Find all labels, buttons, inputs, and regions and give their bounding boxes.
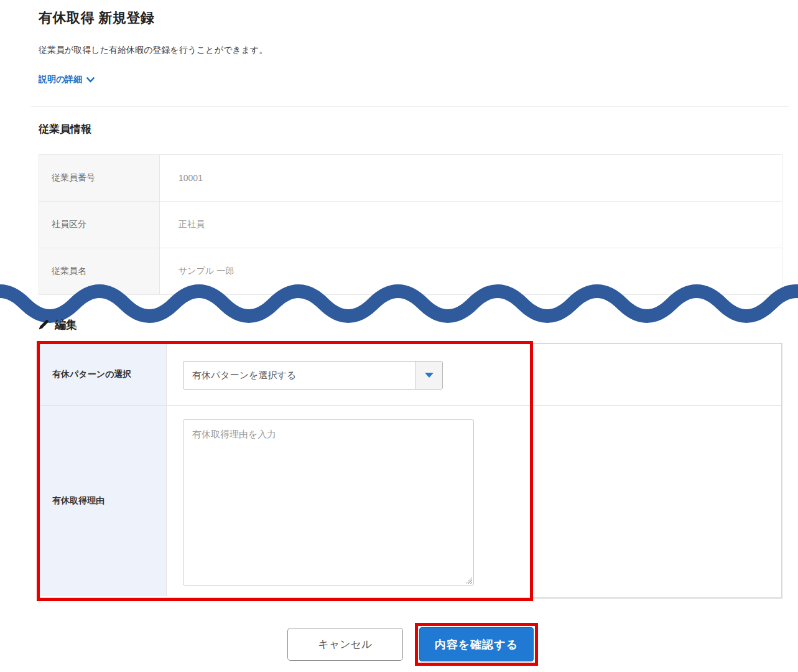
reason-textarea[interactable] — [183, 419, 474, 586]
triangle-down-icon — [425, 373, 434, 378]
table-row: 従業員名 サンプル 一郎 — [39, 248, 782, 295]
employee-name-value: サンプル 一郎 — [160, 248, 782, 294]
textarea-resize-handle[interactable] — [465, 577, 472, 584]
leave-registration-page: 有休取得 新規登録 従業員が取得した有給休暇の登録を行うことができます。 説明の… — [0, 0, 798, 672]
employee-type-label: 社員区分 — [39, 202, 160, 248]
pencil-icon — [37, 319, 50, 331]
page-title: 有休取得 新規登録 — [39, 9, 155, 27]
pattern-select-label: 有休パターンの選択 — [40, 344, 167, 405]
detail-link-label: 説明の詳細 — [39, 74, 82, 85]
leave-pattern-select[interactable]: 有休パターンを選択する — [183, 361, 443, 390]
confirm-button[interactable]: 内容を確認する — [419, 627, 534, 661]
edit-heading-label: 編集 — [55, 317, 77, 332]
cancel-button[interactable]: キャンセル — [287, 628, 403, 661]
pattern-select-cell: 有休パターンを選択する — [167, 344, 781, 405]
reason-label: 有休取得理由 — [40, 406, 167, 596]
reason-row: 有休取得理由 — [40, 406, 781, 596]
leave-pattern-select-value: 有休パターンを選択する — [183, 362, 415, 389]
employee-number-label: 従業員番号 — [39, 155, 160, 201]
page-description: 従業員が取得した有給休暇の登録を行うことができます。 — [39, 45, 267, 56]
chevron-down-icon — [86, 77, 95, 83]
table-row: 従業員番号 10001 — [39, 155, 782, 202]
employee-name-label: 従業員名 — [39, 248, 160, 294]
employee-number-value: 10001 — [160, 155, 782, 201]
description-detail-link[interactable]: 説明の詳細 — [39, 74, 95, 85]
section-divider — [31, 106, 789, 107]
employee-type-value: 正社員 — [160, 202, 782, 248]
select-arrow-button[interactable] — [415, 362, 442, 389]
reason-cell — [167, 406, 781, 596]
edit-section-heading: 編集 — [37, 317, 77, 332]
employee-info-table: 従業員番号 10001 社員区分 正社員 従業員名 サンプル 一郎 — [39, 154, 782, 295]
reason-textarea-wrap — [183, 419, 474, 586]
table-row: 社員区分 正社員 — [39, 202, 782, 248]
confirm-highlight-annotation: 内容を確認する — [415, 623, 538, 666]
pattern-select-row: 有休パターンの選択 有休パターンを選択する — [40, 344, 781, 406]
edit-form-table: 有休パターンの選択 有休パターンを選択する 有休取得理由 — [39, 343, 782, 599]
employee-info-heading: 従業員情報 — [39, 122, 91, 136]
